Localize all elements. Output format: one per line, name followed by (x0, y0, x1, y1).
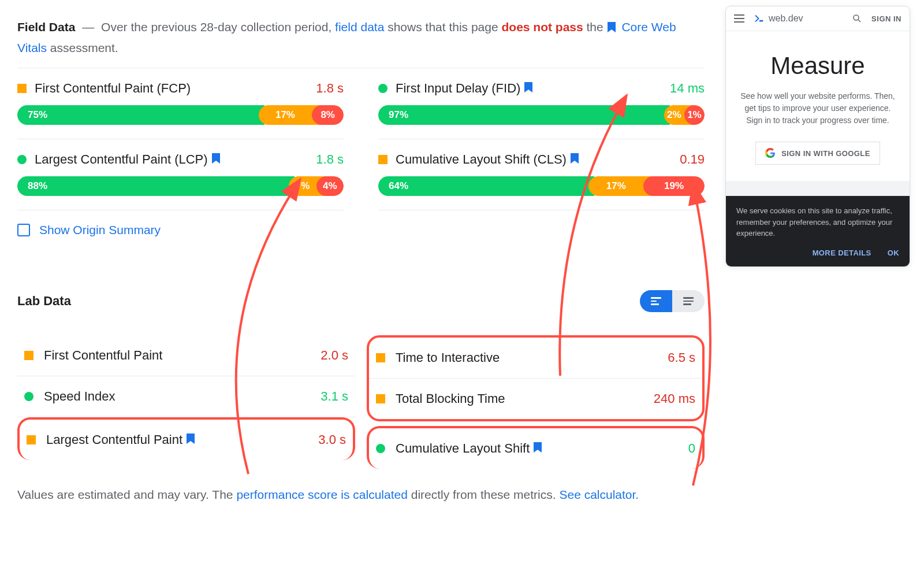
sign-in-button[interactable]: SIGN IN (871, 14, 901, 23)
square-icon (17, 84, 27, 93)
ok-button[interactable]: OK (888, 247, 899, 259)
cookie-banner: We serve cookies on this site to analyze… (726, 196, 910, 266)
preview-panel: web.dev SIGN IN Measure See how well you… (725, 6, 910, 267)
square-icon (376, 394, 385, 403)
square-icon (378, 155, 388, 164)
webdev-logo[interactable]: web.dev (752, 12, 803, 25)
distribution-bar: 97% 2% 1% (378, 105, 705, 125)
metric-value: 14 ms (670, 81, 705, 96)
square-icon (24, 351, 33, 360)
circle-icon (24, 392, 33, 401)
lab-row-tbt: Total Blocking Time 240 ms (369, 379, 702, 419)
logo-icon (752, 12, 765, 25)
more-details-link[interactable]: MORE DETAILS (813, 247, 871, 259)
circle-icon (17, 155, 27, 164)
search-icon[interactable] (852, 13, 862, 24)
sign-in-with-google-button[interactable]: SIGN IN WITH GOOGLE (755, 142, 880, 165)
bookmark-icon (186, 433, 195, 444)
lab-row-si: Speed Index 3.1 s (17, 376, 355, 417)
toggle-right-icon[interactable] (672, 290, 705, 312)
measure-description: See how well your website performs. Then… (737, 90, 898, 127)
circle-icon (378, 84, 388, 93)
lab-row-tti: Time to Interactive 6.5 s (369, 338, 702, 379)
square-icon (27, 435, 36, 444)
metric-value: 1.8 s (316, 81, 344, 96)
checkbox-icon[interactable] (17, 224, 30, 236)
metric-value: 0.19 (680, 152, 705, 167)
bookmark-icon (570, 153, 579, 164)
distribution-bar: 75% 17% 8% (17, 105, 344, 125)
show-origin-summary[interactable]: Show Origin Summary (17, 210, 344, 250)
lab-row-cls: Cumulative Layout Shift 0 (367, 426, 705, 469)
distribution-bar: 64% 17% 19% (378, 176, 705, 196)
distribution-bar: 88% 7% 4% (17, 176, 344, 196)
google-icon (765, 148, 776, 158)
lab-data-title: Lab Data (17, 294, 71, 309)
svg-line-1 (858, 20, 860, 22)
square-icon (376, 353, 385, 362)
bookmark-icon (607, 18, 616, 38)
field-data-link[interactable]: field data (335, 20, 384, 34)
lab-row-lcp: Largest Contentful Paint 3.0 s (17, 417, 355, 460)
metric-lcp: Largest Contentful Paint (LCP) 1.8 s 88%… (17, 139, 344, 210)
field-data-header: Field Data — Over the previous 28-day co… (17, 17, 705, 57)
view-toggle[interactable] (640, 290, 705, 312)
field-data-title: Field Data (17, 20, 75, 34)
bookmark-icon (533, 442, 542, 453)
metric-fcp: First Contentful Paint (FCP) 1.8 s 75% 1… (17, 68, 344, 139)
circle-icon (376, 444, 385, 453)
see-calculator-link[interactable]: See calculator. (559, 488, 639, 501)
bookmark-icon (211, 153, 221, 164)
footer-note: Values are estimated and may vary. The p… (17, 485, 641, 505)
lab-row-fcp: First Contentful Paint 2.0 s (17, 335, 355, 376)
svg-point-0 (854, 15, 859, 20)
metric-cls: Cumulative Layout Shift (CLS) 0.19 64% 1… (378, 139, 705, 210)
metric-value: 1.8 s (316, 152, 344, 167)
metric-fid: First Input Delay (FID) 14 ms 97% 2% 1% (378, 68, 705, 139)
measure-title: Measure (737, 52, 898, 80)
bookmark-icon (524, 82, 533, 92)
performance-score-link[interactable]: performance score is calculated (236, 488, 407, 501)
fail-status: does not pass (501, 20, 583, 34)
hamburger-icon[interactable] (734, 14, 744, 23)
highlight-group: Time to Interactive 6.5 s Total Blocking… (367, 335, 705, 421)
toggle-left-icon[interactable] (640, 290, 672, 312)
